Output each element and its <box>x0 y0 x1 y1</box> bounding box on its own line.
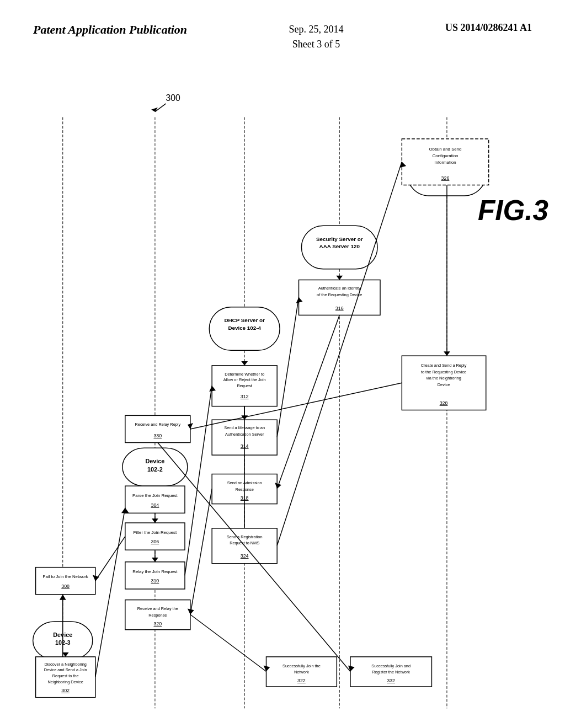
svg-text:DHCP Server or: DHCP Server or <box>224 317 265 323</box>
svg-text:Receive and Relay the: Receive and Relay the <box>137 606 178 611</box>
svg-text:Neighboring Device: Neighboring Device <box>48 679 83 684</box>
svg-marker-80 <box>336 276 343 280</box>
svg-marker-79 <box>241 361 248 366</box>
svg-text:102-2: 102-2 <box>147 466 163 473</box>
step-304 <box>125 486 185 513</box>
svg-text:Allow or Reject the Join: Allow or Reject the Join <box>223 377 266 382</box>
svg-text:Successfully Join the: Successfully Join the <box>282 663 321 668</box>
svg-text:Request: Request <box>237 383 252 388</box>
arrow-320-322 <box>190 614 266 671</box>
arrow-302-304 <box>95 508 125 677</box>
svg-text:320: 320 <box>153 621 162 627</box>
arrow-306-308 <box>95 537 125 581</box>
svg-text:312: 312 <box>241 394 249 399</box>
svg-text:to the Requesting Device: to the Requesting Device <box>421 370 466 374</box>
svg-text:Response: Response <box>148 613 167 618</box>
svg-marker-82 <box>60 595 66 600</box>
svg-text:via the Neighboring: via the Neighboring <box>426 376 461 381</box>
svg-text:Register the Network: Register the Network <box>372 670 410 675</box>
svg-text:Create and Send a Reply: Create and Send a Reply <box>421 363 467 368</box>
svg-marker-68 <box>152 558 158 562</box>
arrow-318-320 <box>190 489 212 614</box>
arrow-314-316 <box>277 297 299 437</box>
svg-text:324: 324 <box>241 553 249 559</box>
arrow-310-312 <box>185 386 212 575</box>
figure-number: FIG.3 <box>478 195 548 226</box>
header-patent: US 2014/0286241 A1 <box>445 22 532 34</box>
svg-text:326: 326 <box>441 175 450 181</box>
step-308 <box>36 568 95 595</box>
step-330 <box>125 415 190 442</box>
step-310 <box>125 562 185 589</box>
svg-text:322: 322 <box>297 678 306 683</box>
svg-text:306: 306 <box>151 539 159 544</box>
svg-text:Relay the Join Request: Relay the Join Request <box>132 569 178 574</box>
svg-text:Successfully Join and: Successfully Join and <box>371 663 411 668</box>
svg-text:Configuration: Configuration <box>433 153 459 158</box>
svg-text:Device: Device <box>438 382 450 387</box>
svg-text:of the Requesting Device: of the Requesting Device <box>317 292 362 297</box>
svg-text:302: 302 <box>61 688 70 693</box>
svg-text:Information: Information <box>434 160 456 165</box>
svg-text:Request to the: Request to the <box>52 673 79 678</box>
svg-text:Obtain and Send: Obtain and Send <box>429 147 462 152</box>
step-306 <box>125 523 185 550</box>
svg-line-0 <box>155 104 166 112</box>
svg-text:Device and Send a Join: Device and Send a Join <box>44 667 87 672</box>
main-svg: FIG.3 300 Device 102-3 Device 102-2 DHCP… <box>11 68 554 719</box>
svg-text:308: 308 <box>61 584 70 589</box>
svg-text:Discover a Neighboring: Discover a Neighboring <box>44 662 87 667</box>
svg-text:AAA Server 120: AAA Server 120 <box>319 243 360 249</box>
svg-text:310: 310 <box>151 578 159 584</box>
header-title: Patent Application Publication <box>33 22 187 38</box>
svg-text:330: 330 <box>153 433 162 438</box>
svg-text:316: 316 <box>335 306 344 311</box>
svg-text:Device: Device <box>146 458 165 464</box>
svg-text:Filter the Join Request: Filter the Join Request <box>134 530 177 535</box>
svg-text:Device 102-4: Device 102-4 <box>228 325 261 331</box>
svg-text:Receive and Relay Reply: Receive and Relay Reply <box>135 422 181 427</box>
svg-text:332: 332 <box>387 678 395 683</box>
svg-text:Network: Network <box>294 670 309 675</box>
svg-text:Authenticate an Identity: Authenticate an Identity <box>318 286 361 291</box>
svg-text:Security Server or: Security Server or <box>316 236 363 242</box>
svg-text:Send a Registration: Send a Registration <box>227 534 263 539</box>
svg-text:328: 328 <box>440 400 448 406</box>
svg-text:Determine Whether to: Determine Whether to <box>225 372 264 377</box>
diagram-container: FIG.3 300 Device 102-3 Device 102-2 DHCP… <box>0 63 565 725</box>
svg-text:Fail to Join the Network: Fail to Join the Network <box>43 574 88 579</box>
diagram-ref: 300 <box>166 93 180 103</box>
svg-text:Parse the Join Request: Parse the Join Request <box>132 493 178 498</box>
arrow-316-318 <box>277 315 339 489</box>
svg-text:Request to NMS: Request to NMS <box>230 540 259 545</box>
svg-text:304: 304 <box>151 502 159 508</box>
svg-marker-76 <box>444 351 450 356</box>
page-header: Patent Application Publication Sep. 25, … <box>0 0 565 63</box>
svg-marker-1 <box>151 108 158 112</box>
svg-marker-66 <box>152 518 158 523</box>
header-date-sheet: Sep. 25, 2014 Sheet 3 of 5 <box>289 22 344 52</box>
